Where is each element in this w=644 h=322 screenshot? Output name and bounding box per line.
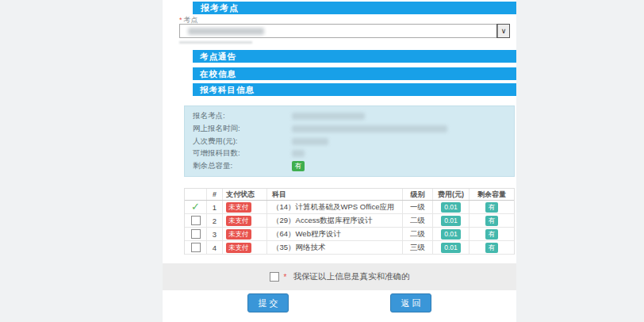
fee-badge: 0.01	[441, 243, 461, 253]
dropdown-arrow-icon[interactable]: ∨	[497, 25, 509, 37]
pay-status-badge: 未支付	[226, 243, 251, 253]
selected-check-icon[interactable]: ✓	[191, 202, 200, 212]
row-checkbox[interactable]	[191, 229, 201, 239]
capacity-badge: 有	[485, 243, 499, 253]
info-label: 剩余总容量:	[193, 161, 292, 171]
info-row-site: 报名考点:	[193, 111, 514, 121]
info-value-redacted	[292, 113, 365, 120]
required-asterisk: *	[179, 16, 182, 24]
accordion-school-info[interactable]: 在校信息	[193, 67, 516, 80]
info-panel: 报名考点: 网上报名时间: 人次费用(元): 可增报科目数: 剩余总容量: 有	[184, 105, 515, 177]
content-panel: 报考考点 *考点 ∨ 考点通告 在校信息 报考科目信息 报名考点: 网上报名时间…	[163, 0, 516, 322]
header-cell-level: 级别	[403, 189, 433, 200]
row-checkbox[interactable]	[191, 243, 201, 252]
info-row-capacity: 剩余总容量: 有	[193, 161, 514, 171]
table-row: 4 未支付 （35）网络技术 三级 0.01 有	[185, 241, 514, 255]
info-value-redacted	[292, 138, 328, 145]
info-label: 可增报科目数:	[193, 148, 292, 159]
fee-badge: 0.01	[441, 202, 461, 213]
field-label-text: 考点	[184, 16, 198, 24]
level-text: 三级	[403, 241, 433, 254]
pay-status-badge: 未支付	[226, 216, 251, 226]
info-label: 网上报名时间:	[193, 124, 292, 134]
exam-site-select[interactable]: ∨	[179, 24, 510, 38]
level-text: 二级	[403, 228, 433, 240]
accordion-site-notice[interactable]: 考点通告	[193, 50, 516, 63]
back-button[interactable]: 返回	[390, 293, 431, 312]
header-cell-pay-status: 支付状态	[223, 189, 267, 200]
divider-redacted	[179, 41, 252, 44]
page-background: 报考考点 *考点 ∨ 考点通告 在校信息 报考科目信息 报名考点: 网上报名时间…	[0, 0, 644, 322]
header-cell-select	[185, 189, 207, 200]
row-checkbox[interactable]	[191, 216, 201, 225]
info-row-addable: 可增报科目数:	[193, 148, 514, 159]
subject-name: （64）Web程序设计	[267, 228, 403, 240]
select-value-redacted	[188, 28, 264, 35]
section-title-exam-site: 报考考点	[193, 2, 516, 14]
info-value-redacted	[292, 125, 447, 132]
capacity-badge: 有	[485, 229, 499, 240]
table-row: ✓ 1 未支付 （14）计算机基础及WPS Office应用 一级 0.01 有	[185, 201, 514, 214]
pay-status-badge: 未支付	[226, 202, 251, 213]
confirm-label: 我保证以上信息是真实和准确的	[293, 271, 409, 282]
fee-badge: 0.01	[441, 229, 461, 240]
level-text: 二级	[403, 214, 433, 227]
row-number: 4	[207, 241, 223, 254]
header-cell-subject: 科目	[267, 189, 403, 200]
row-number: 2	[207, 214, 223, 227]
subject-name: （14）计算机基础及WPS Office应用	[267, 201, 403, 213]
table-header-row: # 支付状态 科目 级别 费用(元) 剩余容量	[185, 189, 514, 201]
info-label: 报名考点:	[193, 111, 292, 121]
header-cell-number: #	[207, 189, 223, 200]
accordion-subject-info[interactable]: 报考科目信息	[193, 83, 516, 96]
pay-status-badge: 未支付	[226, 229, 251, 240]
subject-name: （29）Access数据库程序设计	[267, 214, 403, 227]
info-row-fee: 人次费用(元):	[193, 136, 514, 147]
info-row-time: 网上报名时间:	[193, 124, 514, 134]
info-value-redacted	[292, 150, 305, 157]
table-row: 2 未支付 （29）Access数据库程序设计 二级 0.01 有	[185, 214, 514, 228]
action-button-row: 提交 返回	[163, 293, 516, 312]
row-number: 1	[207, 201, 223, 213]
subject-name: （35）网络技术	[267, 241, 403, 254]
fee-badge: 0.01	[441, 216, 461, 226]
subjects-table: # 支付状态 科目 级别 费用(元) 剩余容量 ✓ 1 未支付 （14）计算机基…	[184, 188, 515, 255]
capacity-badge: 有	[485, 202, 499, 213]
level-text: 一级	[403, 201, 433, 213]
total-capacity-badge: 有	[292, 161, 305, 171]
row-number: 3	[207, 228, 223, 240]
required-asterisk: *	[284, 273, 287, 282]
capacity-badge: 有	[485, 216, 499, 226]
confirm-bar: * 我保证以上信息是真实和准确的	[163, 263, 516, 290]
table-row: 3 未支付 （64）Web程序设计 二级 0.01 有	[185, 228, 514, 241]
info-label: 人次费用(元):	[193, 136, 292, 147]
header-cell-capacity: 剩余容量	[470, 189, 514, 200]
header-cell-fee: 费用(元)	[433, 189, 470, 200]
submit-button[interactable]: 提交	[247, 293, 289, 312]
confirm-checkbox[interactable]	[270, 272, 279, 282]
